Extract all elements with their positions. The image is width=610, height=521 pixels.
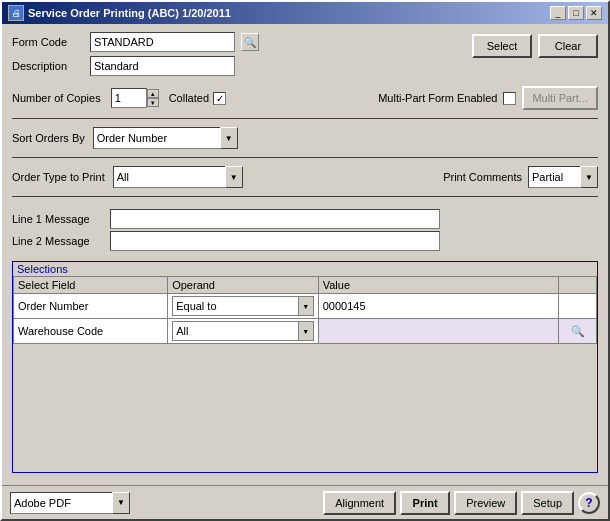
help-button[interactable]: ?: [578, 492, 600, 514]
row2-field: Warehouse Code: [14, 319, 168, 344]
row1-value: [318, 294, 559, 319]
sort-dropdown-wrapper: Order Number Customer Name Work Order ▼: [93, 127, 238, 149]
preview-button[interactable]: Preview: [454, 491, 517, 515]
row2-value: [318, 319, 559, 344]
form-code-search-button[interactable]: 🔍: [241, 33, 259, 51]
row2-extra: 🔍: [559, 319, 597, 344]
selections-box: Selections Select Field Operand Value Or…: [12, 261, 598, 473]
multipart-button: Multi Part...: [522, 86, 598, 110]
setup-button[interactable]: Setup: [521, 491, 574, 515]
multipart-label: Multi-Part Form Enabled: [378, 92, 497, 104]
line2-label: Line 2 Message: [12, 235, 102, 247]
row1-extra: [559, 294, 597, 319]
row1-operand: Equal to Not equal to Greater than ▼: [168, 294, 319, 319]
selections-table: Select Field Operand Value Order Number …: [13, 276, 597, 344]
order-type-left: Order Type to Print All Standard Express…: [12, 166, 243, 188]
print-comments-dropdown-wrapper: None Partial Full ▼: [528, 166, 598, 188]
alignment-button[interactable]: Alignment: [323, 491, 396, 515]
col-header-operand: Operand: [168, 277, 319, 294]
row1-value-input[interactable]: [323, 300, 555, 312]
col-header-extra: [559, 277, 597, 294]
divider-3: [12, 196, 598, 197]
title-bar: 🖨 Service Order Printing (ABC) 1/20/2011…: [2, 2, 608, 24]
order-type-label: Order Type to Print: [12, 171, 105, 183]
row2-search-icon[interactable]: 🔍: [571, 325, 585, 337]
collated-label: Collated: [169, 92, 209, 104]
copies-input[interactable]: [111, 88, 147, 108]
line1-input[interactable]: [110, 209, 440, 229]
line1-label: Line 1 Message: [12, 213, 102, 225]
printer-dropdown[interactable]: Adobe PDF Microsoft Print to PDF Default…: [10, 492, 130, 514]
table-row: Order Number Equal to Not equal to Great…: [14, 294, 597, 319]
window-title: Service Order Printing (ABC) 1/20/2011: [28, 7, 231, 19]
print-comments-section: Print Comments None Partial Full ▼: [443, 166, 598, 188]
sort-dropdown[interactable]: Order Number Customer Name Work Order: [93, 127, 238, 149]
bottom-right: Alignment Print Preview Setup ?: [323, 491, 600, 515]
row2-operand-dropdown[interactable]: All Equal to Not equal to: [172, 321, 314, 341]
window-icon: 🖨: [8, 5, 24, 21]
copies-row: Number of Copies ▲ ▼ Collated Multi-Part…: [12, 86, 598, 110]
description-input[interactable]: [90, 56, 235, 76]
order-type-row: Order Type to Print All Standard Express…: [12, 166, 598, 188]
divider-1: [12, 118, 598, 119]
collated-checkbox[interactable]: [213, 92, 226, 105]
sort-row: Sort Orders By Order Number Customer Nam…: [12, 127, 598, 149]
collated-container: Collated: [169, 92, 226, 105]
description-row: Description: [12, 56, 259, 76]
maximize-button[interactable]: □: [568, 6, 584, 20]
copies-up-button[interactable]: ▲: [147, 89, 159, 98]
print-comments-label: Print Comments: [443, 171, 522, 183]
order-type-dropdown[interactable]: All Standard Express: [113, 166, 243, 188]
select-button[interactable]: Select: [472, 34, 532, 58]
selections-label: Selections: [13, 262, 597, 276]
line1-row: Line 1 Message: [12, 209, 598, 229]
print-button[interactable]: Print: [400, 491, 450, 515]
sort-label: Sort Orders By: [12, 132, 85, 144]
multipart-section: Multi-Part Form Enabled Multi Part...: [378, 86, 598, 110]
clear-button[interactable]: Clear: [538, 34, 598, 58]
form-code-input[interactable]: [90, 32, 235, 52]
row1-field: Order Number: [14, 294, 168, 319]
row2-operand-dropdown-wrapper: All Equal to Not equal to ▼: [172, 321, 314, 341]
form-fields: Form Code 🔍 Description: [12, 32, 259, 76]
copies-spinner: ▲ ▼: [147, 89, 159, 107]
row2-value-input[interactable]: [323, 325, 555, 337]
order-type-dropdown-wrapper: All Standard Express ▼: [113, 166, 243, 188]
minimize-button[interactable]: _: [550, 6, 566, 20]
description-label: Description: [12, 60, 84, 72]
form-code-row: Form Code 🔍: [12, 32, 259, 52]
title-controls: _ □ ✕: [550, 6, 602, 20]
copies-input-container: ▲ ▼: [111, 88, 159, 108]
copies-label: Number of Copies: [12, 92, 101, 104]
printer-dropdown-wrapper: Adobe PDF Microsoft Print to PDF Default…: [10, 492, 130, 514]
divider-2: [12, 157, 598, 158]
print-comments-dropdown[interactable]: None Partial Full: [528, 166, 598, 188]
bottom-bar: Adobe PDF Microsoft Print to PDF Default…: [2, 485, 608, 519]
copies-down-button[interactable]: ▼: [147, 98, 159, 107]
row2-operand: All Equal to Not equal to ▼: [168, 319, 319, 344]
table-row: Warehouse Code All Equal to Not equal to…: [14, 319, 597, 344]
col-header-value: Value: [318, 277, 559, 294]
form-code-label: Form Code: [12, 36, 84, 48]
line2-input[interactable]: [110, 231, 440, 251]
main-window: 🖨 Service Order Printing (ABC) 1/20/2011…: [0, 0, 610, 521]
top-row: Form Code 🔍 Description Select Clear: [12, 32, 598, 76]
row1-operand-dropdown[interactable]: Equal to Not equal to Greater than: [172, 296, 314, 316]
multipart-checkbox[interactable]: [503, 92, 516, 105]
content-area: Form Code 🔍 Description Select Clear Num…: [2, 24, 608, 485]
close-button[interactable]: ✕: [586, 6, 602, 20]
message-section: Line 1 Message Line 2 Message: [12, 207, 598, 253]
col-header-field: Select Field: [14, 277, 168, 294]
row1-operand-dropdown-wrapper: Equal to Not equal to Greater than ▼: [172, 296, 314, 316]
top-buttons: Select Clear: [472, 32, 598, 58]
line2-row: Line 2 Message: [12, 231, 598, 251]
bottom-left: Adobe PDF Microsoft Print to PDF Default…: [10, 492, 130, 514]
